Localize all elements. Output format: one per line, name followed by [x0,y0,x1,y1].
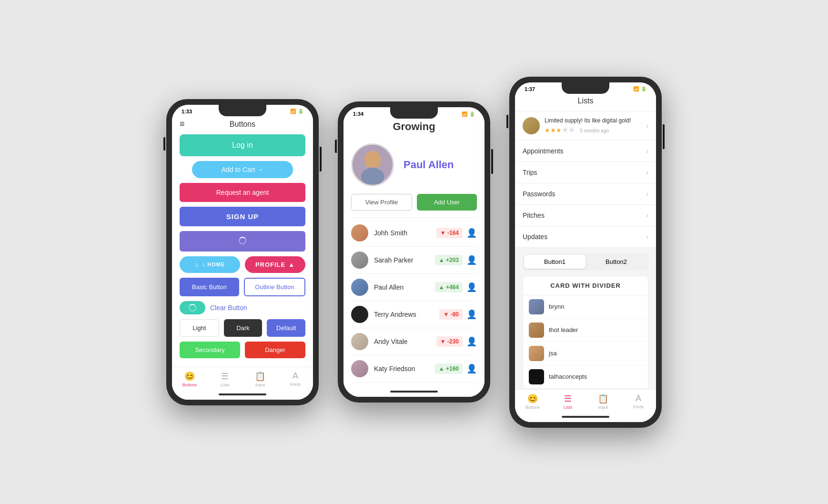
profile-name: Paul Allen [404,159,454,171]
user-row-4[interactable]: Andy Vitale ▼ -230 👤 [351,328,477,355]
card-divider: CARD WITH DIVIDER brynn thot leader jsa [523,276,648,389]
user-action-0[interactable]: 👤 [466,228,477,238]
profile-icon: ▲ [288,261,295,268]
card-user-0[interactable]: brynn [523,295,648,319]
add-to-cart-button[interactable]: Add to Cart → [192,161,293,178]
phone1-notch [219,105,266,116]
profile-section: Paul Allen [351,139,477,194]
tab-input-label: Input [255,383,265,387]
menu-icon[interactable]: ≡ [180,119,185,129]
secondary-danger-row: Secondary Danger [180,342,305,358]
list-row-passwords[interactable]: Passwords › [515,183,656,205]
request-agent-button[interactable]: Request an agent [180,183,305,202]
battery-icon: 🔋 [298,109,303,114]
tab3-input[interactable]: 📋 Input [586,393,621,411]
phone1-content: ≡ Buttons Log in Add to Cart → Request a… [172,116,313,367]
home-bar [219,393,266,395]
clear-button[interactable]: Clear Button [210,304,247,312]
tab3-buttons[interactable]: 😊 Buttons [515,393,550,411]
card-title: CARD WITH DIVIDER [523,276,648,295]
list-label-updates: Updates [523,233,646,241]
phone3-screen: 1:37 📶 🔋 Lists Limited supply! Its like … [515,82,656,422]
phone3-status-right: 📶 🔋 [633,86,646,91]
user-avatar-4 [351,333,368,350]
home-button[interactable]: ⌂ ⌂ HOME [180,256,240,273]
chevron-updates: › [646,233,648,241]
light-button[interactable]: Light [180,319,219,337]
user-row-2[interactable]: Paul Allen ▲ +464 👤 [351,274,477,301]
user-action-3[interactable]: 👤 [466,309,477,320]
user-avatar-5 [351,360,368,377]
view-profile-button[interactable]: View Profile [351,194,412,211]
user-row-3[interactable]: Terry Andrews ▼ -80 👤 [351,301,477,328]
home-bar2 [390,391,438,393]
tab-buttons[interactable]: 😊 Buttons [172,370,207,388]
user-score-0: ▼ -164 [436,228,463,238]
user-name-1: Sarah Parker [374,256,435,264]
svg-point-2 [361,168,384,185]
seg-btn1[interactable]: Button1 [524,255,586,269]
card-user-3[interactable]: talhaconcepts [523,365,648,389]
divider1 [351,217,477,218]
list-row-pitches[interactable]: Pitches › [515,205,656,226]
dark-button[interactable]: Dark [224,319,263,337]
default-button[interactable]: Default [267,319,305,337]
tab3-fonts-label: Fonts [633,404,644,409]
tab-lists[interactable]: ☰ Lists [207,370,242,388]
card-avatar-3 [529,369,544,384]
user-avatar-1 [351,252,368,269]
wifi-icon: 📶 [290,109,296,114]
list-label-trips: Trips [523,169,646,176]
user-action-2[interactable]: 👤 [466,282,477,292]
lists-title: Lists [515,94,656,111]
user-action-5[interactable]: 👤 [466,363,477,374]
card-user-1[interactable]: thot leader [523,319,648,342]
tab3-fonts[interactable]: A Fonts [621,393,656,411]
user-row-1[interactable]: Sarah Parker ▲ +203 👤 [351,247,477,274]
tab3-buttons-label: Buttons [525,405,540,410]
list-row-appointments[interactable]: Appointments › [515,141,656,162]
tab3-lists-label: Lists [564,405,573,410]
toggle-button[interactable] [180,301,205,314]
user-action-1[interactable]: 👤 [466,255,477,265]
danger-button[interactable]: Danger [245,342,305,358]
user-name-5: Katy Friedson [374,365,435,373]
phone2-content: Growing [343,119,485,386]
basic-button[interactable]: Basic Button [180,278,239,296]
add-user-button[interactable]: Add User [417,194,477,211]
chevron-passwords: › [646,190,648,198]
avatar-svg [353,145,393,185]
user-score-1: ▲ +203 [435,255,463,265]
tab-fonts[interactable]: A Fonts [278,370,313,388]
review-avatar [523,117,540,134]
list-row-updates[interactable]: Updates › [515,226,656,248]
chevron-pitches: › [646,212,648,219]
user-score-4: ▼ -230 [436,336,463,347]
phone2-home-indicator [343,386,485,397]
loading-button[interactable] [180,231,305,252]
review-rating: ★★★★★ 5 months ago [545,125,646,134]
svg-rect-4 [364,159,381,168]
review-banner[interactable]: Limited supply! Its like digital gold! ★… [515,111,656,141]
user-action-4[interactable]: 👤 [466,336,477,347]
user-row-5[interactable]: Katy Friedson ▲ +160 👤 [351,355,477,383]
outline-button[interactable]: Outline Button [244,278,305,296]
secondary-button[interactable]: Secondary [180,342,240,358]
home-profile-row: ⌂ ⌂ HOME PROFILE ▲ [180,256,305,273]
review-time: 5 months ago [580,128,609,133]
signup-button[interactable]: SIGN UP [180,207,305,226]
card-avatar-2 [529,346,544,361]
phone1: 1:33 📶 🔋 ≡ Buttons Log in Add to Cart → … [166,99,319,405]
user-name-3: Terry Andrews [374,311,439,318]
tab3-lists[interactable]: ☰ Lists [550,393,586,411]
tab-buttons-icon: 😊 [184,371,195,382]
growing-title: Growing [351,119,477,139]
card-user-2[interactable]: jsa [523,342,648,365]
user-row-0[interactable]: Johh Smith ▼ -164 👤 [351,220,477,247]
profile-button[interactable]: PROFILE ▲ [245,256,305,273]
tab-input[interactable]: 📋 Input [242,370,278,388]
login-button[interactable]: Log in [180,134,305,156]
seg-btn2[interactable]: Button2 [586,255,647,269]
list-row-trips[interactable]: Trips › [515,162,656,183]
phone3-tabbar: 😊 Buttons ☰ Lists 📋 Input A Fonts [515,389,656,412]
